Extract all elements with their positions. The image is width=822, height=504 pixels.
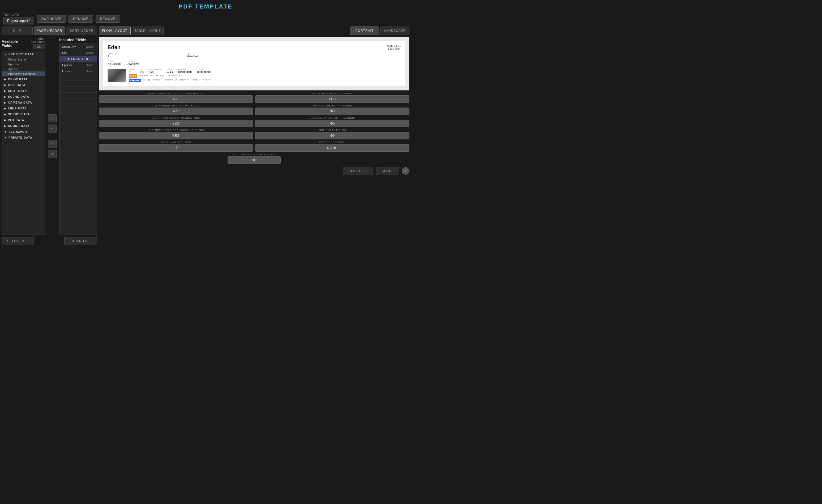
chevron-down-icon: ▼ — [4, 53, 7, 56]
included-row-unit[interactable]: Unit Space — [59, 50, 97, 56]
tab-portrait[interactable]: PORTRAIT — [350, 27, 379, 35]
chevron-down-icon3: ▼ — [4, 136, 7, 139]
select-all-button[interactable]: SELECT ALL — [2, 237, 34, 245]
field-agency[interactable]: Agency — [2, 67, 45, 71]
unit-value: Main Unit — [186, 55, 262, 58]
setting-full-width-clip: USE FULL-WIDTH CLIP HEADERS NO — [255, 116, 409, 127]
setting-begin-group-new-line: BEGIN EACH GROUP ON NEW LINE YES — [99, 116, 253, 127]
shoot-day-value: 1 — [107, 55, 181, 58]
included-row-empty1 — [59, 74, 97, 80]
duplicate-button[interactable]: DUPLICATE — [37, 15, 66, 23]
hide-included-toggle[interactable]: NO — [33, 44, 46, 49]
thumbnail-position-button[interactable]: Left — [99, 144, 253, 152]
included-row-empty4 — [59, 93, 97, 99]
setting-thumbnail-position: THUMBNAIL POSITION Left — [99, 141, 253, 152]
included-row-empty8 — [59, 117, 97, 123]
chevron-right-icon7: ▶ — [4, 113, 6, 116]
show-date-button[interactable]: YES — [255, 95, 409, 103]
group-script-data[interactable]: ▶ SCRIPT DATA — [2, 111, 45, 117]
chevron-right-icon4: ▶ — [4, 95, 6, 98]
group-sound-data[interactable]: ▶ SOUND DATA — [2, 123, 45, 129]
available-fields-list: ▼ PROJECT DATA Project Name Episode Agen… — [2, 51, 45, 234]
field-project-name[interactable]: Project Name — [2, 57, 45, 62]
full-header-first-button[interactable]: NO — [99, 107, 253, 115]
setting-show-template-title: SHOW TEMPLATE TITLE IN PAGE HEADER NO — [99, 92, 253, 103]
tab-clip[interactable]: CLIP — [2, 27, 33, 35]
group-scene-data[interactable]: ▶ SCENE DATA — [2, 94, 45, 100]
setting-full-header-first: FULL HEADER ON FIRST PAGE ONLY NO — [99, 104, 253, 115]
location-label: Location — [127, 60, 139, 62]
included-row-empty7 — [59, 111, 97, 117]
group-camera-data[interactable]: ▶ CAMERA DATA — [2, 100, 45, 105]
clip-info: CameraP Roll016 Scene/Shot/Take10/9 Rati… — [129, 69, 401, 83]
included-row-empty6 — [59, 105, 97, 111]
setting-row-decoration: ROW DECORATION None — [255, 141, 409, 152]
group-clip-data[interactable]: ▶ CLIP DATA — [2, 82, 45, 88]
remove-button[interactable]: REMOVE — [96, 15, 120, 23]
chevron-right-icon2: ▶ — [4, 84, 6, 87]
included-row-shoot-day[interactable]: Shoot Day Space — [59, 44, 97, 50]
included-row-header-line[interactable]: HEADER LINE — [59, 56, 97, 62]
move-up-button[interactable]: ^● — [48, 140, 57, 148]
unit-label: Unit — [186, 53, 262, 55]
badge-shot: SHOT — [129, 74, 137, 78]
group-lens-data[interactable]: ▶ LENS DATA — [2, 105, 45, 111]
field-episode[interactable]: Episode — [2, 62, 45, 67]
skip-empty-button[interactable]: NO — [255, 132, 409, 139]
setting-show-date: SHOW DATE IN PAGE HEADER YES — [255, 92, 409, 103]
group-shot-data[interactable]: ▶ SHOT DATA — [2, 88, 45, 94]
group-ale-import[interactable]: ▼ ALE IMPORT — [2, 129, 45, 135]
clear-all-button[interactable]: CLEAR ALL — [343, 167, 373, 175]
group-crew-data[interactable]: ▶ CREW DATA — [2, 76, 45, 82]
page-number-badge: 1 — [402, 167, 409, 175]
template-name-button[interactable]: Project report * — [3, 17, 34, 24]
page-title: PDF TEMPLATE — [0, 0, 411, 12]
episode-label: Episode — [107, 60, 121, 62]
tab-flow-layout[interactable]: FLOW LAYOUT — [99, 27, 131, 35]
shoot-day-label: Shoot Day — [107, 53, 181, 55]
move-right-button[interactable]: > — [48, 114, 57, 122]
full-width-clip-button[interactable]: NO — [255, 120, 409, 127]
chevron-down-icon2: ▼ — [4, 130, 7, 133]
clip-thumbnail — [107, 69, 126, 82]
badge-camera: CAMERA — [129, 79, 141, 82]
begin-group-button[interactable]: YES — [99, 120, 253, 127]
included-row-episode[interactable]: Episode Space — [59, 62, 97, 68]
group-vfx-data[interactable]: ▶ VFX DATA — [2, 117, 45, 123]
add-clip-ranges-button[interactable]: NO — [228, 156, 281, 164]
included-row-empty5 — [59, 99, 97, 105]
setting-show-summary: SHOW SUMMARY IN HEADER NO — [255, 104, 409, 115]
hide-included-label: HIDE INCLUDED — [25, 38, 45, 44]
setting-add-clip-ranges: ADD CLIP RANGES WITH NOTES NO — [99, 153, 409, 164]
tab-table-layout[interactable]: TABLE LAYOUT — [132, 27, 163, 35]
tab-sort-order[interactable]: SORT ORDER — [66, 27, 97, 35]
included-row-location[interactable]: Location Space — [59, 68, 97, 74]
rename-button[interactable]: RENAME — [68, 15, 93, 23]
fixed-field-positions-button[interactable]: YES — [99, 132, 253, 139]
group-private-data[interactable]: ▼ PRIVATE DATA — [2, 135, 45, 140]
show-template-title-button[interactable]: NO — [99, 95, 253, 103]
move-down-button[interactable]: v● — [48, 150, 57, 158]
transfer-buttons: > < ^● v● — [47, 38, 58, 234]
included-fields-list: Shoot Day Space Unit Space HEADER LINE E… — [59, 44, 97, 234]
preview-project-name: Eden — [107, 44, 120, 50]
tab-landscape[interactable]: LANDSCAPE — [380, 27, 409, 35]
group-project-data[interactable]: ▼ PROJECT DATA — [2, 51, 45, 57]
template-label: TEMPLATE — [3, 13, 34, 16]
setting-fixed-field-positions: USE FIXED FIELD POSITIONS AND SIZES YES — [99, 129, 253, 139]
location-value: Downtown — [127, 62, 139, 65]
chevron-right-icon: ▶ — [4, 78, 6, 81]
setting-skip-empty: SKIP EMPTY FIELDS NO — [255, 129, 409, 139]
preview-document: Eden Page 1 of 1 4 Jan 2024 Shoot Day 1 … — [103, 41, 405, 86]
field-production-company[interactable]: Production Company — [2, 71, 45, 76]
row-decoration-button[interactable]: None — [255, 144, 409, 152]
move-left-button[interactable]: < — [48, 124, 57, 132]
included-row-empty3 — [59, 87, 97, 93]
chevron-right-icon6: ▶ — [4, 107, 6, 110]
preview-area: Eden Page 1 of 1 4 Jan 2024 Shoot Day 1 … — [99, 37, 409, 90]
tab-page-header[interactable]: PAGE HEADER — [34, 27, 65, 35]
show-summary-button[interactable]: NO — [255, 107, 409, 115]
expand-all-button[interactable]: EXPAND ALL — [64, 237, 97, 245]
chevron-right-icon9: ▶ — [4, 124, 6, 127]
close-button[interactable]: CLOSE — [376, 167, 399, 175]
